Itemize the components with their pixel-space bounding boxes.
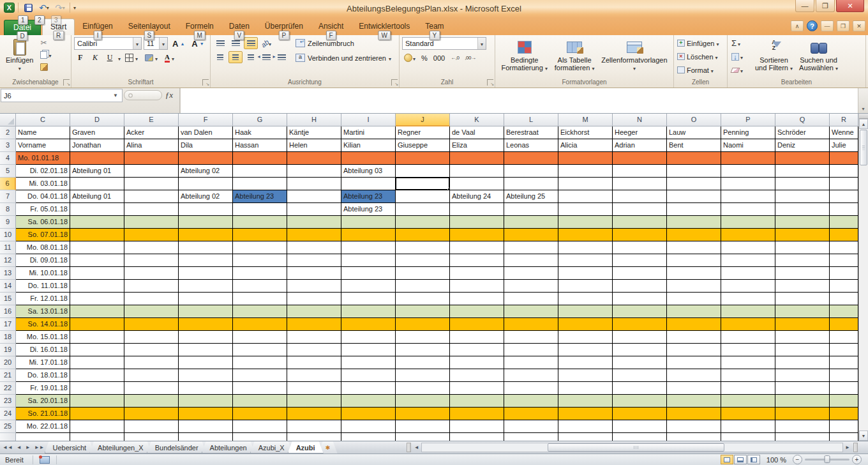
cell-K12[interactable]	[450, 254, 504, 267]
cell-E21[interactable]	[124, 369, 179, 382]
cell-P5[interactable]	[721, 165, 775, 178]
cell-D25[interactable]	[70, 420, 124, 433]
sheet-tab-abteilungen_x[interactable]: Abteilungen_X	[89, 441, 152, 454]
row-header-15[interactable]: 15	[0, 293, 16, 305]
row-header-21[interactable]: 21	[0, 369, 16, 382]
dialog-launcher-icon[interactable]	[391, 79, 398, 86]
sort-filter-button[interactable]: AZ Sortieren und Filtern	[752, 37, 796, 77]
cell-I6[interactable]	[341, 178, 396, 190]
cell-D23[interactable]	[70, 395, 124, 408]
cell-J23[interactable]	[396, 395, 450, 408]
cell-M8[interactable]	[558, 203, 613, 216]
cell-I11[interactable]	[341, 241, 396, 254]
row-header-22[interactable]: 22	[0, 382, 16, 395]
cell-H23[interactable]	[287, 395, 341, 408]
minimize-button[interactable]: —	[795, 0, 814, 12]
cell-D16[interactable]	[70, 305, 124, 318]
cell-Q2[interactable]: Schröder	[775, 126, 830, 139]
cell-D10[interactable]	[70, 229, 124, 241]
cell-C23[interactable]: Sa. 20.01.18	[16, 395, 70, 408]
align-center-button[interactable]	[228, 51, 243, 63]
cell-F25[interactable]	[179, 420, 233, 433]
cell-J11[interactable]	[396, 241, 450, 254]
cell-P11[interactable]	[721, 241, 775, 254]
cell-G9[interactable]	[233, 216, 287, 229]
cell-P18[interactable]	[721, 331, 775, 344]
cell-J19[interactable]	[396, 344, 450, 356]
cell-M9[interactable]	[558, 216, 613, 229]
tab-formeln[interactable]: FormelnM	[178, 19, 221, 35]
cell-Q21[interactable]	[775, 369, 830, 382]
cell-M12[interactable]	[558, 254, 613, 267]
cell-F10[interactable]	[179, 229, 233, 241]
fill-handle[interactable]	[447, 188, 450, 190]
cell-N19[interactable]	[613, 344, 667, 356]
cell-N26[interactable]	[613, 433, 667, 441]
cell-H2[interactable]: Käntje	[287, 126, 341, 139]
cell-J10[interactable]	[396, 229, 450, 241]
cell-M24[interactable]	[558, 408, 613, 420]
cell-J24[interactable]	[396, 408, 450, 420]
cell-N15[interactable]	[613, 293, 667, 305]
copy-button[interactable]	[39, 49, 52, 61]
cell-J14[interactable]	[396, 280, 450, 293]
cell-P3[interactable]: Naomi	[721, 139, 775, 152]
cell-O9[interactable]	[667, 216, 721, 229]
cell-P4[interactable]	[721, 152, 775, 165]
cell-L3[interactable]: Leonas	[504, 139, 558, 152]
cell-D12[interactable]	[70, 254, 124, 267]
cell-K13[interactable]	[450, 267, 504, 280]
format-as-table-button[interactable]: Als Tabelle formatieren	[551, 37, 598, 77]
cell-R24[interactable]	[830, 408, 858, 420]
row-header-26[interactable]	[0, 433, 16, 441]
workbook-restore-icon[interactable]: ❐	[837, 20, 849, 31]
cell-R26[interactable]	[830, 433, 858, 441]
cell-K9[interactable]	[450, 216, 504, 229]
cell-R11[interactable]	[830, 241, 858, 254]
cell-G25[interactable]	[233, 420, 287, 433]
cell-R9[interactable]	[830, 216, 858, 229]
cell-R4[interactable]	[830, 152, 858, 165]
cell-C17[interactable]: So. 14.01.18	[16, 318, 70, 331]
cell-P15[interactable]	[721, 293, 775, 305]
row-header-12[interactable]: 12	[0, 254, 16, 267]
cell-G5[interactable]	[233, 165, 287, 178]
cell-N16[interactable]	[613, 305, 667, 318]
zoom-out-button[interactable]: −	[793, 455, 802, 464]
cell-Q7[interactable]	[775, 190, 830, 203]
cell-O26[interactable]	[667, 433, 721, 441]
cell-H22[interactable]	[287, 382, 341, 395]
scroll-up-icon[interactable]: ▲	[859, 119, 868, 129]
font-color-button[interactable]: A	[162, 52, 177, 64]
cell-K14[interactable]	[450, 280, 504, 293]
cell-D21[interactable]	[70, 369, 124, 382]
cell-H10[interactable]	[287, 229, 341, 241]
cell-Q25[interactable]	[775, 420, 830, 433]
cell-O22[interactable]	[667, 382, 721, 395]
cell-N4[interactable]	[613, 152, 667, 165]
cell-C14[interactable]: Do. 11.01.18	[16, 280, 70, 293]
cell-O18[interactable]	[667, 331, 721, 344]
cell-P17[interactable]	[721, 318, 775, 331]
tab-team[interactable]: TeamY	[417, 19, 451, 35]
cell-Q4[interactable]	[775, 152, 830, 165]
cell-R8[interactable]	[830, 203, 858, 216]
align-bottom-button[interactable]	[244, 37, 258, 49]
cell-G8[interactable]	[233, 203, 287, 216]
cell-R17[interactable]	[830, 318, 858, 331]
cell-F4[interactable]	[179, 152, 233, 165]
row-header-25[interactable]: 25	[0, 420, 16, 433]
cell-N17[interactable]	[613, 318, 667, 331]
cell-R25[interactable]	[830, 420, 858, 433]
cell-L11[interactable]	[504, 241, 558, 254]
cell-G3[interactable]: Hassan	[233, 139, 287, 152]
cell-J20[interactable]	[396, 356, 450, 369]
row-header-19[interactable]: 19	[0, 344, 16, 356]
cell-K23[interactable]	[450, 395, 504, 408]
cell-Q18[interactable]	[775, 331, 830, 344]
cell-H3[interactable]: Helen	[287, 139, 341, 152]
cell-R7[interactable]	[830, 190, 858, 203]
cell-J13[interactable]	[396, 267, 450, 280]
cell-I22[interactable]	[341, 382, 396, 395]
cell-K3[interactable]: Eliza	[450, 139, 504, 152]
